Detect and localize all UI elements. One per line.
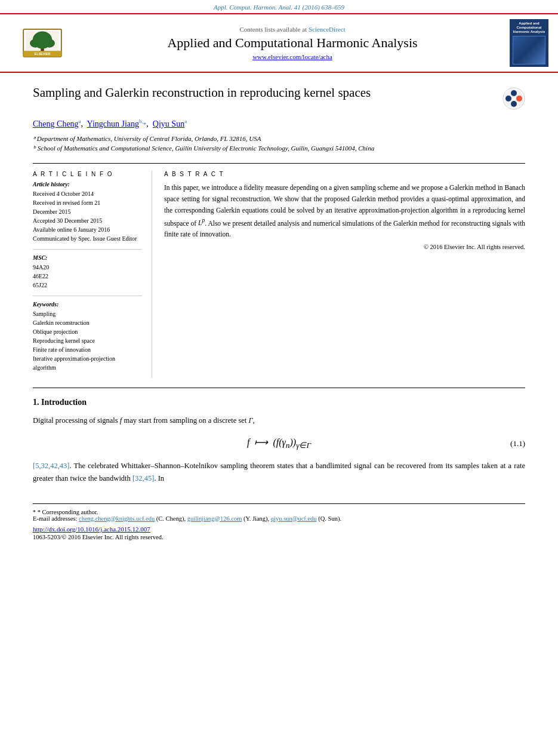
author-sun-link[interactable]: Qiyu Sun bbox=[153, 119, 184, 128]
formula-number-1-1: (1.1) bbox=[510, 439, 525, 448]
author-jiang-sup: b, bbox=[139, 118, 143, 124]
affiliations: ᵃ Department of Mathematics, University … bbox=[33, 134, 525, 153]
section-1-title: 1. Introduction bbox=[33, 398, 525, 407]
formula-1-1: f ⟼ (f(γn))γ∈Γ bbox=[247, 437, 311, 450]
info-divider-1 bbox=[33, 249, 142, 250]
ref-link-5-32-42-43[interactable]: [5,32,42,43] bbox=[33, 462, 69, 470]
keyword-1: Sampling bbox=[33, 309, 142, 318]
communicated-text: Communicated by Spec. Issue Guest Editor bbox=[33, 234, 142, 243]
science-direct-text: ScienceDirect bbox=[309, 26, 346, 33]
msc-codes: 94A2046E2265J22 bbox=[33, 263, 142, 290]
accepted-date: Accepted 30 December 2015 bbox=[33, 216, 142, 225]
msc-section: MSC: 94A2046E2265J22 bbox=[33, 254, 142, 290]
elsevier-logo: ELSEVIER bbox=[19, 28, 66, 58]
science-direct-line: Contents lists available at ScienceDirec… bbox=[82, 26, 502, 33]
citation-bar: Appl. Comput. Harmon. Anal. 41 (2016) 63… bbox=[0, 0, 558, 13]
author-cheng-link[interactable]: Cheng Cheng bbox=[33, 119, 79, 128]
doi-line: http://dx.doi.org/10.1016/j.acha.2015.12… bbox=[33, 525, 525, 533]
journal-center: Contents lists available at ScienceDirec… bbox=[82, 26, 502, 60]
paper-content: Sampling and Galerkin reconstruction in … bbox=[0, 73, 558, 552]
revised-date: Received in revised form 21December 2015 bbox=[33, 198, 142, 216]
keyword-3: Oblique projection bbox=[33, 327, 142, 336]
keyword-5: Finite rate of innovation bbox=[33, 345, 142, 354]
journal-header: ELSEVIER Contents lists available at Sci… bbox=[0, 13, 558, 73]
journal-title: Applied and Computational Harmonic Analy… bbox=[82, 35, 502, 51]
article-info-column: A R T I C L E I N F O Article history: R… bbox=[33, 171, 152, 378]
article-body: A R T I C L E I N F O Article history: R… bbox=[33, 171, 525, 378]
email-cheng[interactable]: cheng.cheng@knights.ucf.edu bbox=[79, 515, 155, 522]
email-cheng-name: (C. Cheng), bbox=[156, 515, 186, 522]
affiliation-a: ᵃ Department of Mathematics, University … bbox=[33, 134, 525, 144]
received-date: Received 4 October 2014 bbox=[33, 189, 142, 198]
science-direct-link[interactable]: ScienceDirect bbox=[309, 26, 346, 33]
keyword-2: Galerkin reconstruction bbox=[33, 318, 142, 327]
doi-link[interactable]: http://dx.doi.org/10.1016/j.acha.2015.12… bbox=[33, 525, 150, 533]
ref-link-32-45[interactable]: [32,45] bbox=[132, 474, 154, 483]
author-jiang: Yingchun Jiang bbox=[87, 119, 140, 128]
svg-point-10 bbox=[511, 90, 517, 96]
keywords-label: Keywords: bbox=[33, 301, 142, 308]
svg-point-14 bbox=[512, 97, 516, 100]
email-jiang[interactable]: guilinjiang@126.com bbox=[187, 515, 242, 522]
paper-title-text: Sampling and Galerkin reconstruction in … bbox=[33, 85, 497, 101]
authors-line: Cheng Chenga, Yingchun Jiangb,*, Qiyu Su… bbox=[33, 118, 525, 129]
keyword-6: Iterative approximation-projectionalgori… bbox=[33, 354, 142, 372]
formula-1-1-block: f ⟼ (f(γn))γ∈Γ (1.1) bbox=[33, 437, 525, 450]
history-label: Article history: bbox=[33, 181, 142, 188]
available-date: Available online 6 January 2016 bbox=[33, 225, 142, 234]
citation-text: Appl. Comput. Harmon. Anal. 41 (2016) 63… bbox=[214, 4, 344, 11]
article-history: Article history: Received 4 October 2014… bbox=[33, 181, 142, 243]
corresponding-author-note: * * Corresponding author. bbox=[33, 509, 525, 515]
svg-point-11 bbox=[516, 96, 522, 102]
intro-para-1: Digital processing of signals f may star… bbox=[33, 414, 525, 427]
svg-point-3 bbox=[30, 39, 41, 48]
contents-label: Contents lists available at bbox=[239, 26, 307, 33]
abstract-lp: Lp bbox=[198, 219, 205, 226]
section-introduction: 1. Introduction Digital processing of si… bbox=[33, 398, 525, 485]
svg-point-4 bbox=[44, 39, 55, 48]
msc-label: MSC: bbox=[33, 254, 142, 261]
keywords-section: Keywords: Sampling Galerkin reconstructi… bbox=[33, 301, 142, 372]
email-line: E-mail addresses: cheng.cheng@knights.uc… bbox=[33, 515, 525, 522]
author-sun: Qiyu Sun bbox=[153, 119, 184, 128]
author-cheng-sup: a bbox=[79, 118, 81, 124]
abstract-title: A B S T R A C T bbox=[164, 171, 525, 177]
corresponding-star: * bbox=[143, 121, 147, 128]
elsevier-logo-container: ELSEVIER bbox=[10, 19, 75, 67]
author-cheng: Cheng Cheng bbox=[33, 119, 79, 128]
abstract-text: In this paper, we introduce a fidelity m… bbox=[164, 182, 525, 241]
footnote-star: * bbox=[33, 509, 36, 515]
email-label: E-mail addresses: bbox=[33, 515, 77, 522]
affiliation-b: ᵇ School of Mathematics and Computationa… bbox=[33, 143, 525, 153]
info-divider-2 bbox=[33, 296, 142, 296]
abstract-column: A B S T R A C T In this paper, we introd… bbox=[164, 171, 525, 378]
corresponding-label: * Corresponding author. bbox=[38, 509, 98, 515]
doi-text: http://dx.doi.org/10.1016/j.acha.2015.12… bbox=[33, 525, 150, 533]
abstract-copyright: © 2016 Elsevier Inc. All rights reserved… bbox=[164, 244, 525, 250]
elsevier-tree-icon: ELSEVIER bbox=[19, 28, 66, 58]
email-sun-name: (Q. Sun). bbox=[318, 515, 341, 522]
author-sun-sup: a bbox=[184, 118, 187, 124]
crossmark-icon[interactable] bbox=[502, 87, 525, 110]
journal-cover-thumbnail: Applied andComputationalHarmonic Analysi… bbox=[510, 19, 548, 67]
journal-cover-title: Applied andComputationalHarmonic Analysi… bbox=[513, 21, 545, 35]
bottom-divider bbox=[33, 388, 525, 388]
journal-cover-image bbox=[513, 36, 545, 64]
intro-para-2: [5,32,42,43]. The celebrated Whittaker–S… bbox=[33, 460, 525, 485]
svg-text:ELSEVIER: ELSEVIER bbox=[35, 52, 51, 56]
journal-url-link[interactable]: www.elsevier.com/locate/acha bbox=[252, 53, 332, 60]
email-jiang-name: (Y. Jiang), bbox=[243, 515, 269, 522]
header-divider bbox=[33, 163, 525, 164]
author-jiang-link[interactable]: Yingchun Jiang bbox=[87, 119, 140, 128]
email-sun[interactable]: qiyu.sun@ucf.edu bbox=[271, 515, 317, 522]
formula-f: f bbox=[247, 437, 249, 447]
paper-title-block: Sampling and Galerkin reconstruction in … bbox=[33, 85, 525, 110]
function-f: f bbox=[120, 416, 122, 425]
article-info-title: A R T I C L E I N F O bbox=[33, 171, 142, 177]
svg-point-13 bbox=[505, 96, 511, 102]
footnotes: * * Corresponding author. E-mail address… bbox=[33, 503, 525, 540]
keyword-4: Reproducing kernel space bbox=[33, 336, 142, 345]
set-gamma: Γ bbox=[248, 416, 252, 425]
formula-samples: (f(γn))γ∈Γ bbox=[273, 437, 311, 447]
issn-copyright: 1063-5203/© 2016 Elsevier Inc. All right… bbox=[33, 534, 525, 540]
